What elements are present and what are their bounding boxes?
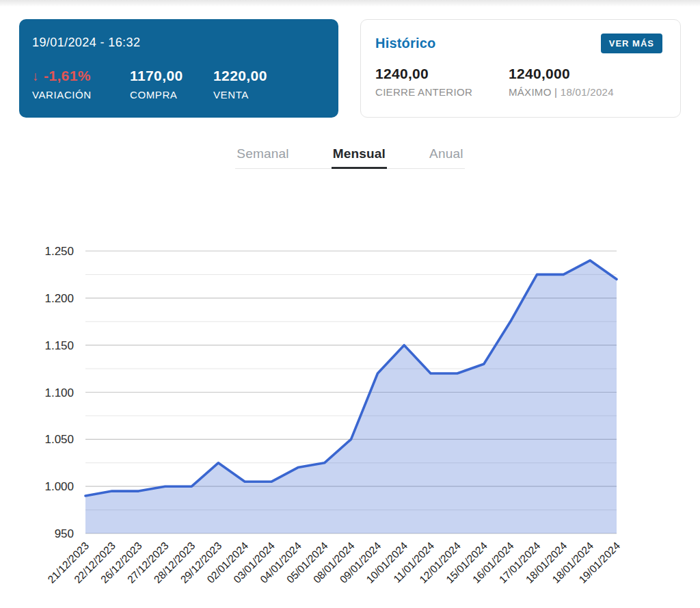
ver-mas-button[interactable]: VER MÁS [601,34,662,53]
venta-block: 1220,00 VENTA [213,68,267,101]
variation-label: VARIACIÓN [32,89,130,101]
page: { "quote_card": { "bg_color": "#0f6496",… [0,0,700,608]
compra-block: 1170,00 COMPRA [130,68,213,101]
maximo-block: 1240,000 MÁXIMO | 18/01/2024 [509,66,614,98]
down-arrow-icon: ↓ [32,70,39,83]
cierre-anterior-block: 1240,00 CIERRE ANTERIOR [375,66,509,98]
variation-value: -1,61% [44,68,91,83]
tab-mensual[interactable]: Mensual [332,146,387,168]
cierre-anterior-value: 1240,00 [375,66,509,81]
venta-label: VENTA [213,89,267,101]
compra-label: COMPRA [130,89,213,101]
cierre-anterior-label: CIERRE ANTERIOR [375,86,509,98]
quote-values-row: ↓ -1,61% VARIACIÓN 1170,00 COMPRA 1220,0… [32,68,325,101]
historico-title: Histórico [375,34,435,51]
y-axis-label: 1.150 [44,339,74,352]
compra-value: 1170,00 [130,68,213,83]
maximo-label: MÁXIMO | [509,86,557,98]
quote-section: 19/01/2024 - 16:32 ↓ -1,61% VARIACIÓN 11… [0,7,700,118]
top-shadow-strip [0,0,700,7]
current-quote-card: 19/01/2024 - 16:32 ↓ -1,61% VARIACIÓN 11… [19,19,338,118]
quote-datetime: 19/01/2024 - 16:32 [32,36,325,50]
series-area [85,261,617,533]
tab-anual[interactable]: Anual [428,146,465,168]
chart-canvas: 9501.0001.0501.1001.1501.2001.25021/12/2… [0,241,700,608]
y-axis-label: 1.200 [44,292,74,305]
y-axis-label: 1.000 [44,480,74,493]
tab-semanal[interactable]: Semanal [235,146,290,168]
maximo-date: 18/01/2024 [561,86,614,98]
y-axis-label: 950 [55,527,74,540]
period-tabs: Semanal Mensual Anual [235,146,464,169]
y-axis-label: 1.050 [44,433,74,446]
price-chart: 9501.0001.0501.1001.1501.2001.25021/12/2… [0,241,700,608]
maximo-value: 1240,000 [509,66,614,81]
y-axis-label: 1.250 [44,245,74,258]
historico-card: Histórico VER MÁS 1240,00 CIERRE ANTERIO… [360,19,681,118]
y-axis-label: 1.100 [44,386,74,399]
venta-value: 1220,00 [213,68,267,83]
variation-block: ↓ -1,61% VARIACIÓN [32,68,130,101]
